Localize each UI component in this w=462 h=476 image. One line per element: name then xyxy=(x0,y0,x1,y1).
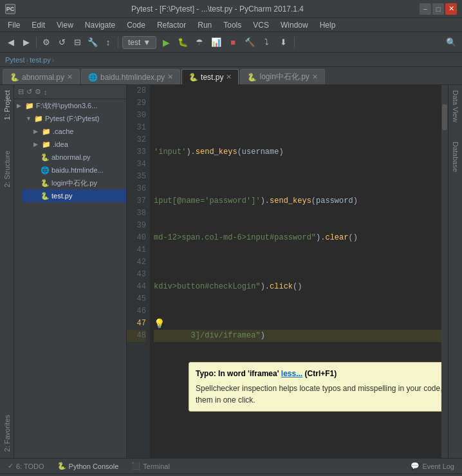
code-line-30 xyxy=(154,109,441,122)
breadcrumb-sep-1: › xyxy=(26,56,29,64)
menu-refactor[interactable]: Refactor xyxy=(152,19,191,31)
code-line-48: 3]/div/iframea") xyxy=(154,330,441,342)
todo-tab[interactable]: ✓ 6: TODO xyxy=(4,459,48,473)
run-config-dropdown[interactable]: test ▼ xyxy=(122,36,156,49)
menu-window[interactable]: Window xyxy=(275,19,313,31)
code-line-47: 💡 xyxy=(154,318,441,330)
menu-edit[interactable]: Edit xyxy=(26,19,50,31)
tab-test[interactable]: 🐍 test.py ✕ xyxy=(181,69,239,84)
inspection-popup: Typo: In word 'iframea' less... (Ctrl+F1… xyxy=(189,362,441,412)
breadcrumb-project[interactable]: Pytest xyxy=(5,56,25,64)
run-button[interactable]: ▶ xyxy=(159,35,173,50)
minimize-button[interactable]: − xyxy=(420,3,431,15)
python-console-tab[interactable]: 🐍 Python Console xyxy=(53,459,123,473)
step-into-button[interactable]: ⬇ xyxy=(276,35,290,50)
project-panel-tab[interactable]: 1: Project xyxy=(2,88,12,122)
maximize-button[interactable]: □ xyxy=(432,3,444,15)
tree-label-pytest: Pytest (F:\Pytest) xyxy=(45,115,99,122)
folder-icon-cache: 📁 xyxy=(41,126,51,137)
menu-file[interactable]: File xyxy=(3,19,25,31)
todo-label: 6: TODO xyxy=(16,462,44,470)
tab-label-baidu: baidu.htmlindex.py xyxy=(100,73,165,82)
stop-button[interactable]: ■ xyxy=(226,35,240,50)
terminal-label: Terminal xyxy=(143,462,170,470)
tree-item-abnormal[interactable]: 🐍 abnormal.py xyxy=(22,151,126,164)
code-line-38 xyxy=(154,207,441,220)
title-bar-title: Pytest - [F:\Pytest] - ...\test.py - PyC… xyxy=(15,5,420,14)
debug-button[interactable]: 🐛 xyxy=(176,35,190,50)
collapse-all-icon[interactable]: ⊟ xyxy=(18,88,24,96)
breadcrumb-file[interactable]: test.py xyxy=(30,56,50,64)
coverage-button[interactable]: ☂ xyxy=(192,35,207,50)
tree-item-idea[interactable]: ▶ 📁 .idea xyxy=(22,138,126,151)
status-right: 💬 Event Log xyxy=(407,459,458,473)
py-icon-login: 🐍 xyxy=(40,178,50,188)
code-line-43 xyxy=(154,269,441,281)
build-button[interactable]: 🔨 xyxy=(243,35,257,50)
tab-close-login[interactable]: ✕ xyxy=(312,73,318,81)
tab-close-abnormal[interactable]: ✕ xyxy=(67,73,73,81)
gear-tree-icon[interactable]: ⚙ xyxy=(35,88,41,96)
tab-login[interactable]: 🐍 login中石化.py ✕ xyxy=(240,69,324,84)
tree-item-root[interactable]: ▶ 📁 F:\软件\python3.6... xyxy=(14,99,126,112)
menu-help[interactable]: Help xyxy=(315,19,341,31)
menu-run[interactable]: Run xyxy=(192,19,217,31)
vertical-scrollbar[interactable] xyxy=(441,85,448,458)
console-icon: 🐍 xyxy=(57,462,66,470)
menu-code[interactable]: Code xyxy=(122,19,151,31)
tab-label-abnormal: abnormal.py xyxy=(22,73,64,82)
tree-item-login[interactable]: 🐍 login中石化.py xyxy=(22,176,126,189)
tab-label-test: test.py xyxy=(201,73,223,82)
code-content[interactable]: 'input').send_keys(username) iput[@name=… xyxy=(150,85,441,458)
toolbar: ◀ ▶ ⚙ ↺ ⊟ 🔧 ↕ test ▼ ▶ 🐛 ☂ 📊 ■ 🔨 ⤵ ⬇ 🔍 xyxy=(0,32,462,53)
project-tree: ⊟ ↺ ⚙ ↕ ▶ 📁 F:\软件\python3.6... ▼ 📁 Pytes… xyxy=(14,85,127,458)
breadcrumb: Pytest › test.py › xyxy=(0,53,462,67)
menu-tools[interactable]: Tools xyxy=(218,19,246,31)
favorites-panel-tab[interactable]: 2: Favorites xyxy=(3,415,11,452)
settings-button[interactable]: ⚙ xyxy=(39,35,53,50)
code-line-34 xyxy=(154,158,441,171)
tree-item-test[interactable]: 🐍 test.py xyxy=(22,189,126,202)
menu-view[interactable]: View xyxy=(51,19,79,31)
back-button[interactable]: ◀ xyxy=(4,35,18,50)
tab-baidu[interactable]: 🌐 baidu.htmlindex.py ✕ xyxy=(81,69,180,84)
data-view-tab[interactable]: Data View xyxy=(450,88,461,125)
scrollbar-thumb[interactable] xyxy=(442,104,447,130)
gear-button[interactable]: 🔧 xyxy=(86,35,100,50)
menu-navigate[interactable]: Navigate xyxy=(80,19,120,31)
database-tab[interactable]: Database xyxy=(450,139,461,175)
tree-arrow-idea: ▶ xyxy=(33,141,40,148)
step-over-button[interactable]: ⤵ xyxy=(259,35,273,50)
tab-label-login: login中石化.py xyxy=(259,71,309,82)
inspection-less-link[interactable]: less... xyxy=(281,369,302,378)
sync-button[interactable]: ↺ xyxy=(55,35,69,50)
profile-button[interactable]: 📊 xyxy=(209,35,223,50)
inspection-title: Typo: In word 'iframea' less... (Ctrl+F1… xyxy=(196,368,441,380)
line-numbers: 28 29 30 31 32 33 34 35 36 37 38 39 40 4… xyxy=(127,85,150,458)
tree-item-pytest[interactable]: ▼ 📁 Pytest (F:\Pytest) xyxy=(14,112,126,125)
code-line-28 xyxy=(154,85,441,97)
sort-tree-icon[interactable]: ↕ xyxy=(44,88,48,96)
terminal-tab[interactable]: ⬛ Terminal xyxy=(127,459,174,473)
sync-tree-icon[interactable]: ↺ xyxy=(26,88,32,96)
folder-icon-root: 📁 xyxy=(24,100,35,111)
breadcrumb-sep-2: › xyxy=(52,56,55,64)
inspection-body: Spellchecker inspection helps locate typ… xyxy=(196,383,441,406)
menu-vcs[interactable]: VCS xyxy=(248,19,274,31)
menu-bar: File Edit View Navigate Code Refactor Ru… xyxy=(0,18,462,32)
tree-item-baidu[interactable]: 🌐 baidu.htmlinde... xyxy=(22,164,126,176)
tab-abnormal[interactable]: 🐍 abnormal.py ✕ xyxy=(3,69,80,84)
event-log-tab[interactable]: 💬 Event Log xyxy=(407,459,458,473)
close-button[interactable]: ✕ xyxy=(445,3,457,15)
tab-close-baidu[interactable]: ✕ xyxy=(167,73,173,81)
forward-button[interactable]: ▶ xyxy=(19,35,33,50)
structure-panel-tab[interactable]: 2: Structure xyxy=(2,148,12,190)
code-line-33: 'input').send_keys(username) xyxy=(154,146,441,158)
search-everywhere-button[interactable]: 🔍 xyxy=(444,35,458,50)
sort-button[interactable]: ↕ xyxy=(101,35,115,50)
collapse-button[interactable]: ⊟ xyxy=(70,35,84,50)
tab-icon-abnormal: 🐍 xyxy=(10,73,19,82)
code-line-45 xyxy=(154,293,441,305)
tab-close-test[interactable]: ✕ xyxy=(226,73,232,81)
tree-item-cache[interactable]: ▶ 📁 .cache xyxy=(22,125,126,138)
